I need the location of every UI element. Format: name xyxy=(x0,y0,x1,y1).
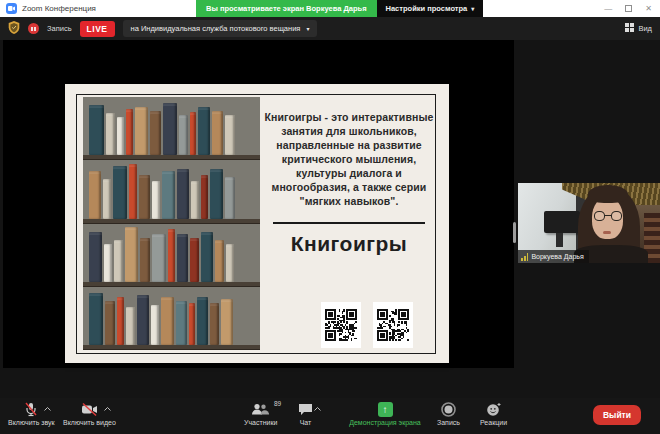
recording-indicator-icon[interactable] xyxy=(28,23,39,34)
book-spine xyxy=(117,297,124,345)
book-spine xyxy=(89,293,103,345)
live-badge: LIVE xyxy=(80,21,115,37)
book-spine xyxy=(162,171,175,219)
view-button[interactable]: Вид xyxy=(625,17,652,40)
reactions-emoji-icon xyxy=(486,402,502,417)
book-spine xyxy=(201,175,208,219)
close-button[interactable]: ✕ xyxy=(645,5,652,13)
view-settings-dropdown[interactable]: Настройки просмотра ▾ xyxy=(377,0,484,17)
book-spine xyxy=(140,238,150,282)
book-spine xyxy=(226,244,234,282)
video-options-chevron[interactable] xyxy=(104,407,111,411)
book-spine xyxy=(168,229,175,282)
view-grid-icon xyxy=(625,23,634,34)
reactions-label: Реакции xyxy=(480,419,507,426)
minimize-button[interactable]: — xyxy=(604,5,612,13)
zoom-window: Zoom Конференция Вы просматриваете экран… xyxy=(0,0,660,434)
view-label: Вид xyxy=(638,24,652,33)
chat-button[interactable]: Чат xyxy=(298,402,313,426)
streaming-service-dropdown[interactable]: на Индивидуальная служба потокового веща… xyxy=(123,20,318,37)
book-spine xyxy=(161,297,174,345)
book-spine xyxy=(117,117,124,155)
maximize-button[interactable] xyxy=(625,5,632,12)
unmute-label: Включить звук xyxy=(8,419,55,426)
qr-code xyxy=(373,302,413,348)
book-spine xyxy=(114,240,123,282)
slide-paragraph: Книгоигры - это интерактивные занятия дл… xyxy=(261,110,437,208)
participants-button[interactable]: 89 Участники xyxy=(244,402,277,426)
meeting-bar: Запись LIVE на Индивидуальная служба пот… xyxy=(0,17,660,40)
book-spine xyxy=(198,107,210,155)
microphone-muted-icon xyxy=(24,402,38,417)
title-bar: Zoom Конференция Вы просматриваете экран… xyxy=(0,0,660,17)
share-screen-button[interactable]: ↑ Демонстрация экрана xyxy=(335,402,435,426)
book-spine xyxy=(177,234,188,282)
participant-video[interactable]: Воркуева Дарья xyxy=(518,183,660,263)
person-mouth xyxy=(603,231,611,234)
unmute-button[interactable]: Включить звук xyxy=(8,402,55,426)
audio-options-chevron[interactable] xyxy=(44,407,51,411)
leave-button[interactable]: Выйти xyxy=(593,405,641,425)
app-title: Zoom Конференция xyxy=(22,4,96,13)
qr-code xyxy=(321,302,361,348)
share-screen-label: Демонстрация экрана xyxy=(349,419,421,426)
video-bg-camera-stand xyxy=(556,233,563,247)
participant-nametag: Воркуева Дарья xyxy=(518,250,589,263)
chevron-down-icon: ▾ xyxy=(306,26,309,32)
book-spine xyxy=(225,115,235,155)
start-video-label: Включить видео xyxy=(63,419,116,426)
book-spine xyxy=(221,299,233,345)
book-spine xyxy=(135,107,148,155)
book-spine xyxy=(89,105,104,155)
participant-name: Воркуева Дарья xyxy=(531,253,583,260)
chevron-down-icon: ▾ xyxy=(471,6,474,12)
book-spine xyxy=(189,303,195,345)
book-spine xyxy=(190,238,199,282)
chat-bubble-icon xyxy=(298,402,313,417)
presentation-slide: Книгоигры - это интерактивные занятия дл… xyxy=(65,84,449,363)
record-icon xyxy=(441,402,456,417)
video-bg-camera xyxy=(544,211,580,233)
book-spine xyxy=(191,181,199,219)
book-spine xyxy=(215,240,224,282)
encryption-shield-icon[interactable] xyxy=(8,20,20,38)
record-label: Запись xyxy=(437,419,460,426)
record-button[interactable]: Запись xyxy=(437,402,460,426)
book-spine xyxy=(179,115,188,155)
book-spine xyxy=(104,244,112,282)
book-spine xyxy=(139,175,150,219)
book-spine xyxy=(150,111,161,155)
book-spine xyxy=(126,109,133,155)
book-spine xyxy=(129,164,137,219)
book-spine xyxy=(106,113,115,155)
participants-icon: 89 xyxy=(251,402,270,417)
book-spine xyxy=(177,169,189,219)
book-spine xyxy=(113,166,127,219)
viewing-screen-banner: Вы просматриваете экран Воркуева Дарья xyxy=(196,0,377,17)
book-spine xyxy=(212,111,223,155)
person-glasses xyxy=(594,211,622,222)
participants-count: 89 xyxy=(274,400,281,407)
chat-label: Чат xyxy=(300,419,312,426)
book-spine xyxy=(163,103,177,155)
share-screen-icon: ↑ xyxy=(378,402,393,417)
book-spine xyxy=(105,301,115,345)
book-spine xyxy=(126,307,135,345)
book-spine xyxy=(152,181,160,219)
reactions-button[interactable]: Реакции xyxy=(480,402,507,426)
book-spine xyxy=(125,227,138,282)
recording-label: Запись xyxy=(47,24,72,33)
book-spine xyxy=(89,232,102,282)
book-spine xyxy=(103,179,111,219)
book-spine xyxy=(151,305,159,345)
start-video-button[interactable]: Включить видео xyxy=(63,402,116,426)
audio-level-icon xyxy=(521,253,528,261)
slide-heading: Книгоигры xyxy=(261,232,437,256)
book-spine xyxy=(176,301,187,345)
toolbar: Включить звук Включить видео 89 Участник… xyxy=(0,398,660,434)
participants-options-chevron[interactable] xyxy=(314,407,321,411)
book-spine xyxy=(190,112,196,155)
thumbnail-collapse-handle[interactable] xyxy=(513,222,516,243)
book-spine xyxy=(137,295,149,345)
book-spine xyxy=(225,177,235,219)
